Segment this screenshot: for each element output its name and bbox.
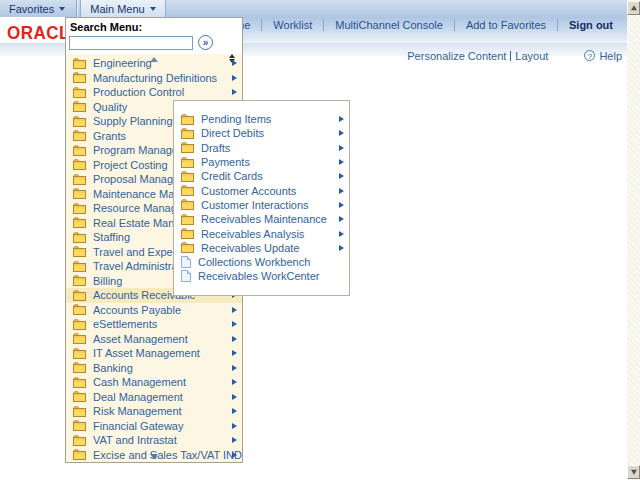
folder-icon [73, 58, 86, 69]
menu-item[interactable]: VAT and Intrastat [66, 433, 242, 448]
menu-item[interactable]: Cash Management [66, 375, 242, 390]
submenu-item-label: Receivables WorkCenter [198, 270, 319, 282]
submenu-arrow-icon [232, 350, 237, 356]
scrollbar-up-button[interactable] [627, 1, 640, 15]
search-input[interactable] [69, 36, 193, 50]
submenu-arrow-icon [232, 89, 237, 95]
menu-item[interactable]: Asset Management [66, 332, 242, 347]
folder-icon [181, 171, 194, 182]
submenu-arrow-icon [339, 188, 344, 194]
folder-icon [73, 348, 86, 359]
folder-icon [73, 420, 86, 431]
menu-item-label: Financial Gateway [93, 420, 184, 432]
folder-icon [73, 319, 86, 330]
layout-link[interactable]: Layout [515, 50, 548, 62]
submenu-item[interactable]: Receivables Analysis [174, 226, 349, 240]
menu-item[interactable]: Manufacturing Definitions [66, 71, 242, 86]
search-menu-label: Search Menu: [70, 21, 242, 33]
submenu-item[interactable]: Customer Accounts [174, 183, 349, 197]
submenu-arrow-icon [232, 336, 237, 342]
submenu-arrow-icon [232, 321, 237, 327]
submenu-item-label: Drafts [201, 142, 230, 154]
submenu-arrow-icon [339, 216, 344, 222]
help-icon: ? [584, 50, 595, 61]
header-link[interactable]: Sign out [557, 19, 624, 31]
submenu-item[interactable]: Customer Interactions [174, 198, 349, 212]
menu-item[interactable]: Production Control [66, 85, 242, 100]
folder-icon [73, 275, 86, 286]
menu-item[interactable]: Engineering [66, 56, 242, 71]
window-scrollbar[interactable] [627, 0, 640, 480]
arrow-down-icon [631, 470, 637, 475]
header-link[interactable]: Worklist [261, 19, 323, 31]
favorites-tab[interactable]: Favorites [0, 0, 74, 17]
menu-item[interactable]: Financial Gateway [66, 419, 242, 434]
submenu-arrow-icon [339, 202, 344, 208]
menu-item-label: Billing [93, 275, 122, 287]
menu-item-label: Supply Planning [93, 115, 173, 127]
submenu-arrow-icon [339, 245, 344, 251]
menu-item-label: Project Costing [93, 159, 168, 171]
folder-icon [73, 130, 86, 141]
folder-icon [73, 145, 86, 156]
folder-icon [73, 333, 86, 344]
folder-icon [73, 391, 86, 402]
folder-icon [181, 214, 194, 225]
header-link[interactable]: MultiChannel Console [323, 19, 454, 31]
submenu-arrow-icon [339, 231, 344, 237]
submenu-item-label: Credit Cards [201, 170, 263, 182]
folder-icon [181, 185, 194, 196]
folder-icon [181, 157, 194, 168]
menu-item-label: Production Control [93, 86, 184, 98]
menu-item[interactable]: Risk Management [66, 404, 242, 419]
accounts-receivable-submenu: Pending Items Direct Debits [173, 100, 350, 296]
folder-icon [73, 217, 86, 228]
menu-item[interactable]: Banking [66, 361, 242, 376]
main-menu-label: Main Menu [90, 3, 144, 15]
folder-icon [73, 362, 86, 373]
menu-item-label: eSettlements [93, 318, 157, 330]
menu-item-label: Deal Management [93, 391, 183, 403]
header-links: Home Worklist MultiChannel Console Add t… [210, 17, 624, 32]
header-link[interactable]: Add to Favorites [454, 19, 557, 31]
menu-item[interactable]: eSettlements [66, 317, 242, 332]
folder-icon [73, 203, 86, 214]
submenu-item[interactable]: Direct Debits [174, 126, 349, 140]
menu-item-label: Grants [93, 130, 126, 142]
submenu-item[interactable]: Collections Workbench [174, 255, 349, 269]
menu-item-label: Engineering [93, 57, 152, 69]
submenu-arrow-icon [232, 408, 237, 414]
personalize-content-link[interactable]: Personalize Content [407, 50, 506, 62]
folder-icon [73, 232, 86, 243]
submenu-item-label: Payments [201, 156, 250, 168]
menu-item[interactable]: Accounts Payable [66, 303, 242, 318]
help-link: Help [599, 50, 622, 62]
menu-item[interactable]: Deal Management [66, 390, 242, 405]
menu-item-label: VAT and Intrastat [93, 434, 177, 446]
search-go-button[interactable]: » [198, 35, 213, 50]
submenu-item-label: Pending Items [201, 113, 271, 125]
topbar-divider [76, 0, 78, 17]
menu-scroll-down-icon[interactable] [150, 454, 158, 459]
submenu-item[interactable]: Receivables WorkCenter [174, 269, 349, 283]
submenu-item[interactable]: Drafts [174, 141, 349, 155]
folder-icon [181, 199, 194, 210]
scrollbar-down-button[interactable] [627, 465, 640, 479]
personalize-links: Personalize Content Layout [407, 50, 548, 62]
submenu-item[interactable]: Payments [174, 155, 349, 169]
help-area[interactable]: ? Help [584, 50, 622, 62]
submenu-arrow-icon [232, 307, 237, 313]
submenu-arrow-icon [339, 145, 344, 151]
main-menu-tab[interactable]: Main Menu [80, 0, 165, 17]
submenu-item[interactable]: Pending Items [174, 112, 349, 126]
submenu-item[interactable]: Credit Cards [174, 169, 349, 183]
pipe-divider [510, 51, 511, 61]
folder-icon [73, 188, 86, 199]
menu-item[interactable]: IT Asset Management [66, 346, 242, 361]
folder-icon [73, 159, 86, 170]
folder-icon [73, 377, 86, 388]
submenu-item[interactable]: Receivables Maintenance [174, 212, 349, 226]
submenu-item[interactable]: Receivables Update [174, 241, 349, 255]
folder-icon [73, 304, 86, 315]
menu-item-label: Manufacturing Definitions [93, 72, 217, 84]
